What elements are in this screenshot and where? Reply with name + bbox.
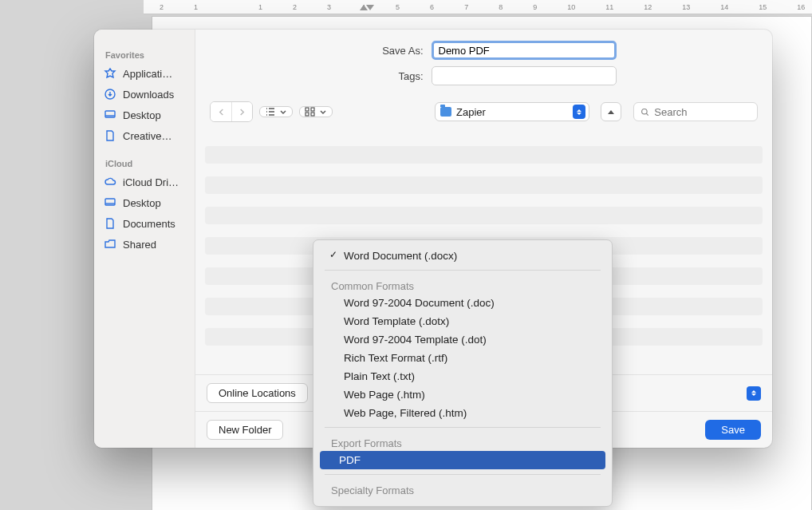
view-list-button[interactable] xyxy=(259,106,293,117)
sidebar-item-label: iCloud Dri… xyxy=(123,176,179,188)
format-option-dotx[interactable]: Word Template (.dotx) xyxy=(325,312,601,330)
document-icon xyxy=(104,129,116,142)
sidebar-item-label: Desktop xyxy=(123,197,161,209)
sidebar: Favorites Applicati… Downloads Desktop C… xyxy=(94,30,195,448)
indent-marker-bottom-icon[interactable] xyxy=(366,5,374,10)
header-fields: Save As: Tags: xyxy=(195,30,772,97)
svg-rect-3 xyxy=(305,108,309,111)
sidebar-item-label: Shared xyxy=(123,239,156,251)
online-locations-button[interactable]: Online Locations xyxy=(207,383,308,403)
shared-icon xyxy=(104,238,116,251)
sidebar-item-downloads[interactable]: Downloads xyxy=(94,84,195,105)
file-row[interactable] xyxy=(205,176,763,194)
updown-icon xyxy=(573,105,585,119)
sidebar-item-icloud-drive[interactable]: iCloud Dri… xyxy=(94,172,195,192)
apps-icon xyxy=(104,67,116,80)
sidebar-item-documents[interactable]: Documents xyxy=(94,213,195,234)
format-option-dot[interactable]: Word 97-2004 Template (.dot) xyxy=(325,330,601,349)
location-label: Zapier xyxy=(456,106,568,118)
sidebar-item-desktop[interactable]: Desktop xyxy=(94,105,195,125)
updown-icon xyxy=(747,386,761,401)
collapse-button[interactable] xyxy=(601,102,621,121)
sidebar-item-label: Desktop xyxy=(123,109,161,121)
cloud-icon xyxy=(104,176,116,188)
svg-rect-6 xyxy=(311,113,314,116)
file-format-menu[interactable]: Word Document (.docx) Common Formats Wor… xyxy=(313,239,613,507)
tags-label: Tags: xyxy=(352,70,432,82)
file-row[interactable] xyxy=(205,207,763,224)
document-icon xyxy=(104,217,116,230)
nav-buttons xyxy=(210,101,253,122)
forward-button[interactable] xyxy=(231,102,252,121)
file-row[interactable] xyxy=(205,146,763,164)
menu-group-export: Export Formats xyxy=(325,433,601,451)
sidebar-item-icloud-desktop[interactable]: Desktop xyxy=(94,192,195,213)
back-button[interactable] xyxy=(211,102,231,121)
new-folder-button[interactable]: New Folder xyxy=(207,420,283,440)
download-icon xyxy=(104,88,116,101)
view-grid-button[interactable] xyxy=(299,106,333,117)
desktop-icon xyxy=(104,109,116,121)
svg-rect-1 xyxy=(105,111,115,117)
toolbar: Zapier xyxy=(195,97,772,127)
svg-rect-5 xyxy=(305,113,309,116)
format-option-doc[interactable]: Word 97-2004 Document (.doc) xyxy=(325,294,601,312)
svg-rect-4 xyxy=(311,108,314,111)
ruler: 21123456789101112131415161718 xyxy=(144,0,812,14)
sidebar-item-applications[interactable]: Applicati… xyxy=(94,63,195,84)
sidebar-item-label: Downloads xyxy=(123,89,174,101)
format-option-rtf[interactable]: Rich Text Format (.rtf) xyxy=(325,349,601,367)
svg-point-7 xyxy=(642,109,647,113)
sidebar-icloud-header: iCloud xyxy=(94,152,195,172)
save-as-input[interactable] xyxy=(432,41,617,60)
search-icon xyxy=(641,107,649,117)
tags-input[interactable] xyxy=(432,66,617,85)
menu-group-specialty: Specialty Formats xyxy=(325,480,601,498)
save-button[interactable]: Save xyxy=(705,420,761,440)
format-option-htm-filtered[interactable]: Web Page, Filtered (.htm) xyxy=(325,404,601,422)
search-input[interactable] xyxy=(654,106,751,118)
sidebar-item-creative[interactable]: Creative… xyxy=(94,125,195,146)
sidebar-item-label: Creative… xyxy=(123,130,171,142)
save-as-label: Save As: xyxy=(352,45,432,57)
sidebar-item-shared[interactable]: Shared xyxy=(94,234,195,255)
format-option-htm[interactable]: Web Page (.htm) xyxy=(325,385,601,404)
sidebar-favorites-header: Favorites xyxy=(94,44,195,63)
folder-icon xyxy=(440,107,451,117)
location-popup[interactable]: Zapier xyxy=(435,102,589,121)
format-option-docx[interactable]: Word Document (.docx) xyxy=(325,247,601,265)
sidebar-item-label: Documents xyxy=(123,218,175,230)
search-field[interactable] xyxy=(633,102,758,121)
format-option-txt[interactable]: Plain Text (.txt) xyxy=(325,367,601,385)
format-option-pdf[interactable]: PDF xyxy=(320,451,605,469)
svg-rect-2 xyxy=(105,199,115,205)
desktop-icon xyxy=(104,196,116,209)
menu-group-common: Common Formats xyxy=(325,275,601,294)
sidebar-item-label: Applicati… xyxy=(123,68,172,80)
